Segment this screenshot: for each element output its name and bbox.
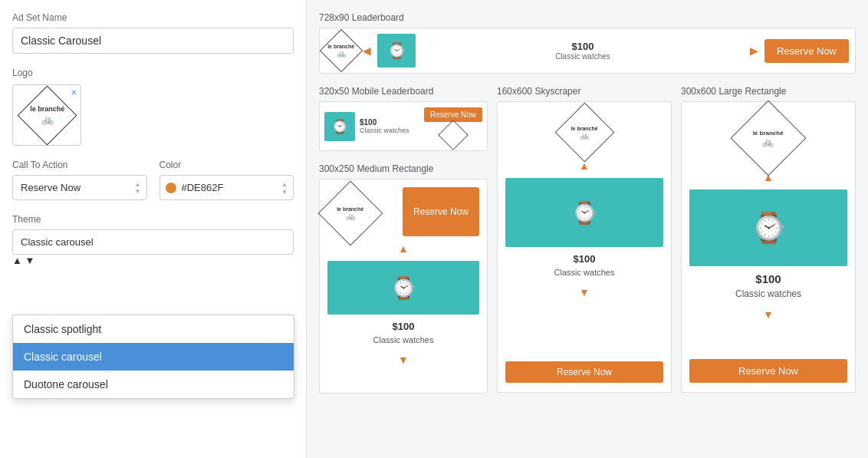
bottom-row: 320x50 Mobile Leaderboard ⌚ $100 Classic… [319,86,856,394]
med-price: $100 [393,321,415,332]
theme-select-wrapper: Classic spotlight Classic carousel Duoto… [12,229,294,266]
cta-label: Call To Action [12,160,147,170]
sky-reserve-btn[interactable]: Reserve Now [505,361,663,383]
close-icon[interactable]: × [71,87,77,98]
mobile-price: $100 [360,118,419,127]
large-triangle-bottom-icon: ▼ [763,308,774,321]
ad-set-name-label: Ad Set Name [12,12,294,23]
left-arrow-icon[interactable]: ◀ [363,44,371,57]
sky-diamond: le branché 🚲 [554,103,614,163]
med-watch-box: ⌚ [327,261,479,315]
color-select[interactable]: #DE862F [159,175,294,200]
large-rect-section: 300x600 Large Rectangle le branché 🚲 ▲ ⌚… [681,86,856,394]
orange-triangle-icon: ▲ [398,242,409,255]
theme-label: Theme [12,214,294,225]
logo-label: Logo [12,68,294,78]
cta-field: Call To Action Reserve Now Buy Now Learn… [12,160,147,200]
theme-select[interactable]: Classic spotlight Classic carousel Duoto… [12,229,294,255]
large-watch-icon: ⌚ [751,211,787,245]
med-rect-section: 300x250 Medium Rectangle le branché 🚲 Re… [319,163,488,394]
sky-triangle-bottom-icon: ▼ [579,286,590,298]
mobile-lb-ad: ⌚ $100 Classic watches Reserve Now [319,101,488,151]
med-watch-icon: ⌚ [390,275,417,301]
orange-triangle-bottom-icon: ▼ [398,354,409,366]
med-reserve-btn[interactable]: Reserve Now [403,187,479,236]
med-logo: le branché 🚲 [337,206,363,220]
sky-ad: le branché 🚲 ▲ ⌚ $100 Classic watches ▼ … [497,101,672,393]
mobile-lb-section: 320x50 Mobile Leaderboard ⌚ $100 Classic… [319,86,488,151]
leaderboard-reserve-btn[interactable]: Reserve Now [764,39,849,63]
med-product: Classic watches [373,335,434,344]
sky-price: $100 [574,253,596,265]
mobile-price-info: $100 Classic watches [360,118,419,134]
logo-diamond: le branché 🚲 [17,85,77,145]
logo-brand-name: le branché [29,105,64,114]
leaderboard-product: Classic watches [422,52,744,61]
mobile-watch-box: ⌚ [324,112,355,141]
dropdown-item-spotlight[interactable]: Classic spotlight [13,315,294,343]
large-rect-label: 300x600 Large Rectangle [681,86,856,97]
right-panel: 728x90 Leaderboard le branché 🚲 ◀ ⌚ $100… [307,0,868,458]
mobile-diamond [438,120,469,150]
leaderboard-watch-box: ⌚ [377,34,416,68]
mobile-lb-label: 320x50 Mobile Leaderboard [319,86,488,97]
logo-section: Logo × le branché 🚲 [12,68,294,146]
ad-set-name-input[interactable] [12,28,294,54]
leaderboard-price-info: $100 Classic watches [422,41,744,61]
large-watch-box: ⌚ [689,189,847,266]
leaderboard-section: 728x90 Leaderboard le branché 🚲 ◀ ⌚ $100… [319,12,856,74]
logo-bike-icon: 🚲 [29,114,64,126]
med-diamond: le branché 🚲 [318,181,383,246]
theme-dropdown[interactable]: Classic spotlight Classic carousel Duoto… [12,315,294,399]
color-chevrons: ▲ ▼ [281,180,288,195]
large-diamond: le branché 🚲 [731,100,807,176]
sky-section: 160x600 Skyscraper le branché 🚲 ▲ ⌚ $100… [497,86,672,394]
watch-icon: ⌚ [387,41,406,60]
mobile-product: Classic watches [360,127,419,134]
logo-box: × le branché 🚲 [12,84,81,146]
theme-chevrons: ▲ ▼ [12,255,294,266]
leaderboard-price: $100 [422,41,744,52]
dropdown-item-duotone[interactable]: Duotone carousel [13,371,294,398]
large-reserve-btn[interactable]: Reserve Now [689,359,847,383]
leaderboard-logo: le branché 🚲 [327,44,354,58]
sky-logo: le branché 🚲 [570,125,597,139]
large-rect-ad: le branché 🚲 ▲ ⌚ $100 Classic watches ▼ … [681,101,856,393]
leaderboard-ad: le branché 🚲 ◀ ⌚ $100 Classic watches ▶ … [319,28,856,74]
sky-watch-box: ⌚ [505,178,663,247]
sky-label: 160x600 Skyscraper [497,86,672,97]
dropdown-item-carousel[interactable]: Classic carousel [13,343,294,371]
left-panel: Ad Set Name Logo × le branché 🚲 Call To … [0,0,307,458]
cta-select[interactable]: Reserve Now Buy Now Learn More [12,175,147,200]
cta-select-wrapper: Reserve Now Buy Now Learn More ▲ ▼ [12,175,147,200]
cta-color-row: Call To Action Reserve Now Buy Now Learn… [12,160,294,200]
theme-section: Theme Classic spotlight Classic carousel… [12,214,294,266]
large-logo: le branché 🚲 [753,129,784,147]
logo-text: le branché 🚲 [29,105,64,125]
right-arrow-icon[interactable]: ▶ [750,44,758,57]
color-field: Color #DE862F ▲ ▼ [159,160,294,200]
mobile-right-side: Reserve Now [424,107,482,146]
med-rect-label: 300x250 Medium Rectangle [319,163,488,174]
leaderboard-label: 728x90 Leaderboard [319,12,856,23]
large-price: $100 [755,272,781,285]
sky-product: Classic watches [554,268,615,277]
large-product: Classic watches [735,288,801,299]
color-select-wrapper: #DE862F ▲ ▼ [159,175,294,200]
left-col: 320x50 Mobile Leaderboard ⌚ $100 Classic… [319,86,488,394]
med-rect-ad: le branché 🚲 Reserve Now ▲ ⌚ $100 Classi… [319,179,488,394]
mobile-watch-icon: ⌚ [331,118,348,135]
sky-watch-icon: ⌚ [571,200,598,226]
leaderboard-diamond: le branché 🚲 [320,29,363,73]
color-label: Color [159,160,294,170]
